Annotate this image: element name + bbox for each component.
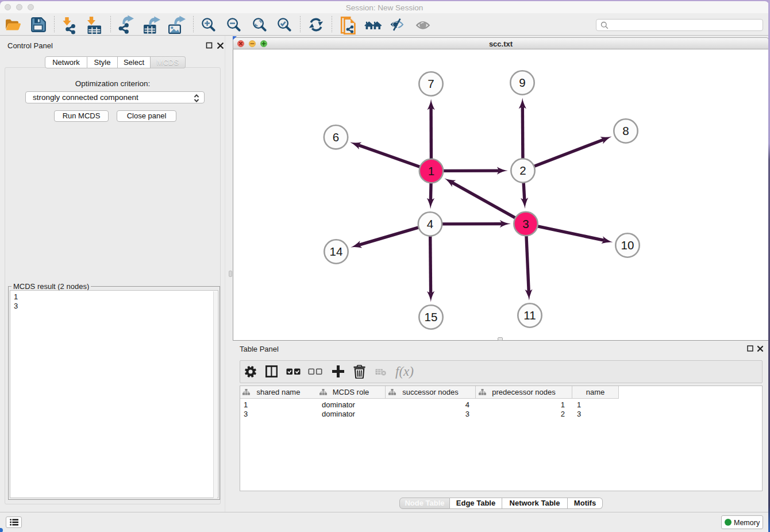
svg-text:3: 3 — [522, 217, 529, 230]
svg-text:11: 11 — [523, 309, 536, 322]
svg-text:7: 7 — [428, 77, 434, 90]
svg-text:1: 1 — [428, 164, 434, 178]
svg-text:10: 10 — [621, 238, 634, 252]
svg-text:9: 9 — [519, 76, 525, 89]
svg-text:4: 4 — [427, 217, 433, 230]
svg-text:15: 15 — [425, 310, 438, 323]
svg-text:8: 8 — [622, 124, 629, 137]
svg-text:2: 2 — [519, 164, 526, 177]
svg-text:14: 14 — [330, 245, 343, 258]
svg-text:6: 6 — [333, 130, 339, 144]
